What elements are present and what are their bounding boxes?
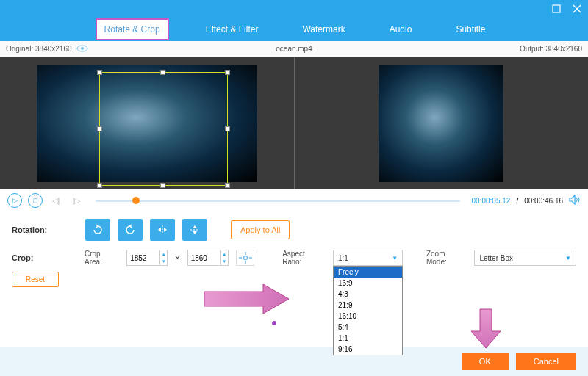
eye-icon[interactable]: [76, 44, 88, 54]
crop-height-input[interactable]: [187, 250, 221, 266]
prev-frame-button[interactable]: ◁|: [49, 193, 63, 208]
crop-label: Crop:: [12, 253, 77, 262]
rotation-label: Rotation:: [12, 225, 78, 234]
tab-effect-filter[interactable]: Effect & Filter: [198, 20, 266, 39]
svg-point-2: [81, 47, 84, 50]
svg-point-3: [243, 256, 247, 260]
crop-handle-tr[interactable]: [225, 70, 230, 75]
aspect-option-freely[interactable]: Freely: [334, 267, 402, 278]
filename-label: ocean.mp4: [276, 45, 312, 53]
cancel-button[interactable]: Cancel: [516, 352, 576, 370]
aspect-option-1-1[interactable]: 1:1: [334, 333, 402, 344]
video-original[interactable]: [37, 65, 257, 182]
caret-down-icon: ▼: [392, 255, 398, 261]
zoom-mode-label: Zoom Mode:: [426, 250, 467, 266]
titlebar: [0, 0, 588, 18]
apply-to-all-button[interactable]: Apply to All: [231, 220, 290, 239]
volume-icon[interactable]: [569, 195, 581, 207]
crop-handle-br[interactable]: [225, 183, 230, 188]
crop-width-spinner[interactable]: ▲▼: [160, 250, 168, 266]
info-bar: Original: 3840x2160 ocean.mp4 Output: 38…: [0, 41, 588, 57]
crop-area-label: Crop Area:: [85, 250, 119, 266]
player-bar: ▷ □ ◁| |▷ 00:00:05.12/00:00:46.16: [0, 189, 588, 212]
crop-width-input[interactable]: [126, 250, 160, 266]
footer-bar: OK Cancel: [0, 347, 588, 376]
minimize-button[interactable]: [551, 4, 562, 14]
crop-box[interactable]: [99, 72, 228, 186]
tab-subtitle[interactable]: Subtitle: [448, 20, 492, 39]
preview-output: [295, 57, 589, 189]
times-label: ×: [175, 253, 179, 262]
preview-area: [0, 57, 588, 189]
aspect-option-9-16[interactable]: 9:16: [334, 344, 402, 355]
close-button[interactable]: [572, 4, 582, 14]
slider-thumb[interactable]: [132, 197, 140, 204]
output-label: Output: 3840x2160: [520, 45, 582, 53]
video-output: [379, 65, 503, 182]
svg-rect-0: [553, 5, 560, 12]
annotation-dot: [272, 321, 276, 325]
zoom-mode-select[interactable]: Letter Box ▼: [474, 250, 576, 266]
time-duration: 00:00:46.16: [524, 197, 563, 205]
crop-height-spinner[interactable]: ▲▼: [221, 250, 229, 266]
tab-bar: Rotate & Crop Effect & Filter Watermark …: [0, 18, 588, 41]
play-button[interactable]: ▷: [7, 193, 22, 208]
controls-panel: Rotation: Apply to All Crop: Crop Area: …: [0, 212, 588, 299]
crop-handle-ml[interactable]: [97, 126, 102, 131]
crop-handle-bc[interactable]: [160, 183, 165, 188]
flip-horizontal-button[interactable]: [150, 219, 175, 241]
time-current: 00:00:05.12: [472, 197, 511, 205]
next-frame-button[interactable]: |▷: [69, 193, 84, 208]
preview-original: [0, 57, 295, 189]
aspect-ratio-dropdown: Freely 16:9 4:3 21:9 16:10 5:4 1:1 9:16: [333, 266, 403, 355]
time-sep: /: [516, 197, 518, 205]
crop-handle-tl[interactable]: [97, 70, 102, 75]
stop-button[interactable]: □: [28, 193, 43, 208]
center-crop-button[interactable]: [236, 250, 255, 266]
tab-watermark[interactable]: Watermark: [295, 20, 352, 39]
crop-handle-tc[interactable]: [160, 70, 165, 75]
zoom-mode-value: Letter Box: [479, 254, 513, 262]
ok-button[interactable]: OK: [462, 352, 509, 370]
original-label: Original: 3840x2160: [6, 45, 72, 53]
aspect-ratio-label: Aspect Ratio:: [282, 250, 326, 266]
aspect-ratio-select[interactable]: 1:1 ▼ Freely 16:9 4:3 21:9 16:10 5:4 1:1…: [333, 250, 403, 266]
crop-handle-mr[interactable]: [225, 126, 230, 131]
playback-slider[interactable]: [96, 200, 460, 202]
aspect-option-21-9[interactable]: 21:9: [334, 300, 402, 311]
aspect-option-16-10[interactable]: 16:10: [334, 311, 402, 322]
reset-button[interactable]: Reset: [12, 272, 59, 287]
rotate-left-button[interactable]: [85, 219, 110, 241]
flip-vertical-button[interactable]: [182, 219, 207, 241]
tab-audio[interactable]: Audio: [382, 20, 420, 39]
crop-handle-bl[interactable]: [97, 183, 102, 188]
tab-rotate-crop[interactable]: Rotate & Crop: [96, 18, 169, 40]
annotation-arrow-ok: [467, 306, 504, 350]
caret-down-icon: ▼: [565, 255, 571, 261]
aspect-option-4-3[interactable]: 4:3: [334, 289, 402, 300]
aspect-option-5-4[interactable]: 5:4: [334, 322, 402, 333]
aspect-option-16-9[interactable]: 16:9: [334, 278, 402, 289]
rotate-right-button[interactable]: [118, 219, 143, 241]
aspect-ratio-value: 1:1: [338, 254, 348, 262]
